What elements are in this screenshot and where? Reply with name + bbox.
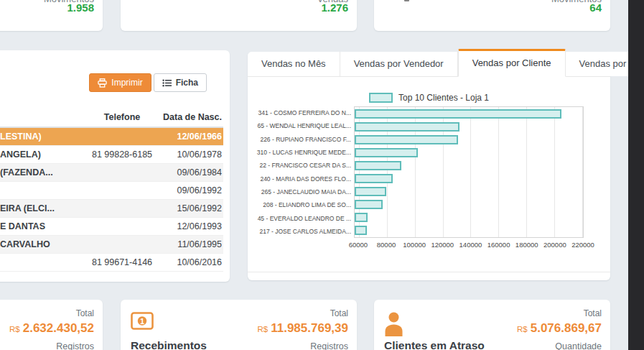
- legend-label: Top 10 Clientes - Loja 1: [398, 93, 489, 103]
- chart-category-label: 265 - JANECLAUDIO MAIA DA...: [248, 185, 351, 198]
- table-header-row: Telefone Data de Nasc.: [0, 108, 223, 128]
- stat-card-2: Movimentos64: [374, 0, 610, 31]
- money-bill-icon: 1: [131, 312, 154, 333]
- tab-vendas-por-cliente[interactable]: Vendas por Cliente: [458, 49, 566, 77]
- chart-bar: [355, 148, 418, 157]
- ficha-button-label: Ficha: [176, 78, 198, 88]
- legend-swatch: [369, 93, 393, 103]
- table-row[interactable]: 09/06/1992: [0, 182, 223, 200]
- chart-bar-row: [355, 133, 583, 146]
- chart-bar-row: [355, 224, 583, 237]
- summary-amount: R$11.985.769,39: [258, 321, 348, 336]
- summary-card-clientes-em-atraso: Clientes em AtrasoTotalR$5.076.869,67Qua…: [374, 300, 610, 350]
- chart-bar: [355, 135, 458, 144]
- chart-bar-row: [355, 211, 583, 224]
- chart-bar: [355, 200, 383, 209]
- chart-category-label: 217 - JOSE CARLOS ALMEIDA...: [248, 225, 351, 238]
- chart-bar-row: [355, 172, 583, 185]
- clients-table: Telefone Data de Nasc. LESTINA)12/06/196…: [0, 108, 223, 272]
- cell-birth-date: 11/06/1995: [154, 239, 223, 249]
- table-row[interactable]: 81 99671-414610/06/2016: [0, 254, 223, 272]
- chart-category-label: 208 - ELIANDRO LIMA DE SO...: [248, 198, 351, 211]
- table-row[interactable]: LESTINA)12/06/1966: [0, 128, 223, 146]
- cell-birth-date: 10/06/1978: [154, 149, 223, 160]
- app-edge-dark-strip: [628, 0, 644, 350]
- list-icon: [162, 79, 172, 87]
- chart-bar: [355, 174, 393, 183]
- chart-bar-row: [355, 185, 583, 198]
- table-row[interactable]: EIRA (ELCI...15/06/1992: [0, 200, 223, 218]
- summary-sub-label: Registros: [56, 341, 94, 350]
- chart-bar-row: [355, 146, 583, 159]
- summary-card-recebimentos: 1RecebimentosTotalR$11.985.769,39Registr…: [121, 300, 357, 350]
- print-button-label: Imprimir: [111, 78, 142, 88]
- cropped-icon: [404, 0, 409, 1]
- summary-amount: R$5.076.869,67: [517, 321, 602, 336]
- chart-bar-row: [355, 107, 583, 120]
- chart-bar: [355, 122, 459, 132]
- tab-vendas-por-vendedor[interactable]: Vendas por Vendedor: [340, 52, 458, 76]
- summary-sub-label: Quantidade: [555, 341, 602, 350]
- chart-category-label: 226 - RUPIANO FRANCISCO F...: [248, 133, 351, 146]
- chart-tabs: Vendas no MêsVendas por VendedorVendas p…: [248, 52, 610, 77]
- summary-total-label: Total: [584, 308, 602, 318]
- cell-client-name: E DANTAS: [0, 221, 90, 231]
- cell-birth-date: 10/06/2016: [154, 257, 223, 267]
- currency-symbol: R$: [517, 325, 528, 333]
- print-button[interactable]: Imprimir: [89, 73, 151, 92]
- summary-total-label: Total: [330, 308, 348, 318]
- col-header-dob[interactable]: Data de Nasc.: [154, 112, 223, 122]
- summary-card-title: Recebimentos: [131, 339, 207, 350]
- chart-category-label: 22 - FRANCISCO CESAR DA S...: [248, 159, 351, 172]
- svg-text:1: 1: [140, 317, 144, 326]
- ficha-button[interactable]: Ficha: [154, 73, 207, 92]
- stat-card-value: 1.958: [67, 1, 94, 14]
- table-row[interactable]: ANGELA)81 99828-618510/06/1978: [0, 146, 223, 164]
- summary-card-0: TotalR$2.632.430,52Registros: [0, 300, 103, 350]
- chart-bar: [355, 187, 386, 196]
- chart-category-label: 310 - LUCAS HENRIQUE MEDE...: [248, 146, 351, 159]
- stat-card-value: 64: [589, 1, 602, 14]
- summary-card-title: Clientes em Atraso: [384, 339, 485, 350]
- table-row[interactable]: (FAZENDA...09/06/1984: [0, 164, 223, 182]
- chart-tick-label: 220000: [561, 241, 605, 249]
- cell-client-name: LESTINA): [0, 132, 90, 142]
- cell-birth-date: 09/06/1984: [154, 167, 223, 178]
- table-row[interactable]: CARVALHO11/06/1995: [0, 236, 223, 254]
- chart-legend-item[interactable]: Top 10 Clientes - Loja 1: [248, 93, 610, 103]
- cell-client-name: (FAZENDA...: [0, 167, 90, 178]
- cell-phone: 81 99671-4146: [90, 257, 154, 267]
- cell-birth-date: 15/06/1992: [154, 203, 223, 213]
- cell-client-name: EIRA (ELCI...: [0, 203, 90, 213]
- cell-birth-date: 12/06/1993: [154, 221, 223, 231]
- cell-client-name: ANGELA): [0, 149, 90, 160]
- chart-tab-content: Top 10 Clientes - Loja 1 341 - COSMO FER…: [248, 77, 610, 272]
- chart-bar-row: [355, 159, 583, 172]
- chart-bar-row: [355, 120, 583, 133]
- clients-panel: Imprimir Ficha Telefone Data de Nasc. LE…: [0, 50, 230, 282]
- summary-amount: R$2.632.430,52: [9, 321, 94, 336]
- cell-client-name: CARVALHO: [0, 239, 90, 249]
- chart-bar-row: [355, 198, 583, 211]
- chart-bar: [355, 109, 561, 119]
- user-icon: [384, 312, 403, 339]
- table-row[interactable]: E DANTAS12/06/1993: [0, 218, 223, 236]
- col-header-phone[interactable]: Telefone: [90, 112, 154, 122]
- currency-symbol: R$: [9, 325, 20, 333]
- chart-category-label: 45 - EVERALDO LEANDRO DE ...: [248, 211, 351, 224]
- chart-category-label: 240 - MARIA DAS DORES FLO...: [248, 172, 351, 185]
- chart-category-label: 341 - COSMO FERREIRA DO N...: [248, 106, 351, 119]
- currency-symbol: R$: [258, 325, 269, 333]
- chart-category-label: 65 - WENDAL HENRIQUE LEAL...: [248, 119, 351, 132]
- chart-category-axis: 341 - COSMO FERREIRA DO N...65 - WENDAL …: [248, 106, 351, 238]
- table-actions: Imprimir Ficha: [89, 73, 207, 92]
- summary-sub-label: Registros: [310, 341, 348, 350]
- chart-bar: [355, 213, 368, 222]
- printer-icon: [98, 78, 107, 88]
- chart-value-axis: 6000080000100000120000140000160000180000…: [354, 241, 584, 251]
- cell-phone: 81 99828-6185: [90, 149, 154, 160]
- summary-total-label: Total: [76, 308, 94, 318]
- stat-card-value: 1.276: [321, 1, 348, 14]
- tab-vendas-no-m-s[interactable]: Vendas no Mês: [248, 52, 340, 76]
- chart-plot-area: [354, 106, 584, 238]
